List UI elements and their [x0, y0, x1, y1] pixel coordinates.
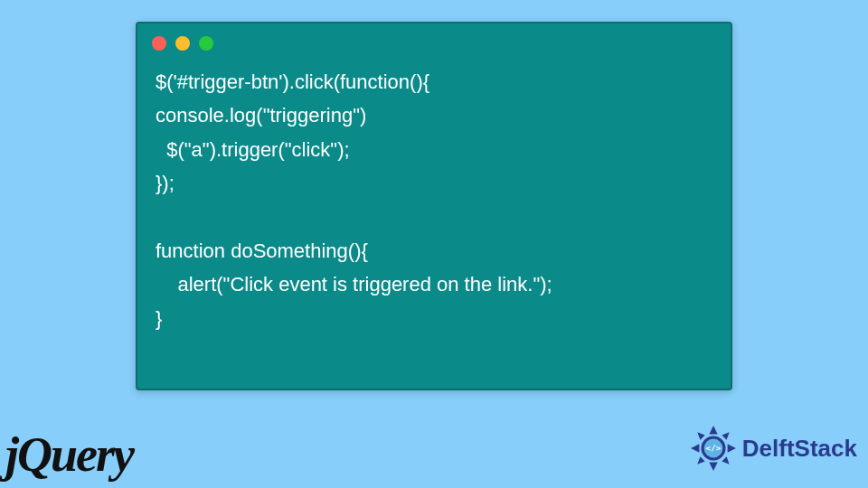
- delftstack-logo: </> DelftStack: [690, 425, 857, 472]
- window-controls: [137, 23, 731, 58]
- svg-marker-2: [691, 444, 699, 452]
- minimize-icon: [175, 36, 190, 51]
- close-icon: [152, 36, 166, 51]
- maximize-icon: [199, 36, 213, 51]
- jquery-logo: jQuery: [5, 422, 133, 484]
- svg-marker-5: [722, 432, 729, 439]
- svg-text:</>: </>: [705, 443, 721, 453]
- svg-marker-6: [697, 456, 704, 464]
- svg-marker-1: [709, 463, 717, 471]
- svg-marker-3: [727, 444, 735, 452]
- code-block: $('#trigger-btn').click(function(){ cons…: [137, 58, 731, 350]
- delftstack-icon: </>: [690, 425, 737, 472]
- svg-marker-0: [709, 426, 717, 434]
- delftstack-text: DelftStack: [742, 435, 857, 463]
- jquery-logo-text: jQuery: [5, 427, 133, 482]
- svg-marker-4: [697, 432, 704, 439]
- code-window: $('#trigger-btn').click(function(){ cons…: [136, 22, 732, 390]
- svg-marker-7: [722, 456, 729, 464]
